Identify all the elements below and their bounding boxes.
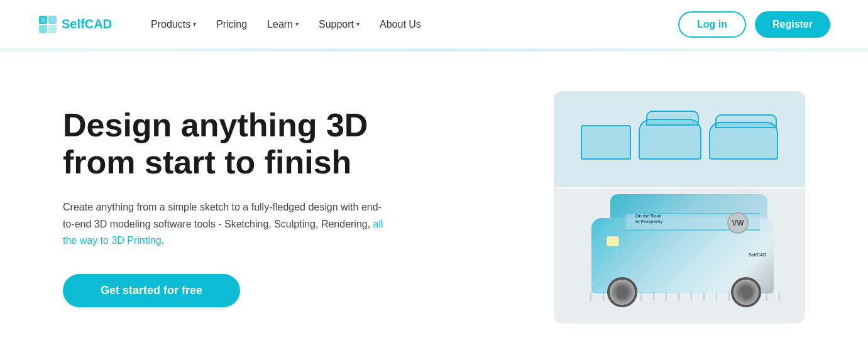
wireframe-bus-front (709, 122, 778, 160)
logo-text: SelfCAD (62, 17, 112, 31)
cta-button[interactable]: Get started for free (63, 274, 240, 307)
nav-pricing[interactable]: Pricing (209, 14, 255, 35)
rendered-image: VW On the Road to Prosperity SelfCAD (554, 189, 805, 324)
login-button[interactable]: Log in (678, 11, 746, 38)
learn-chevron-icon: ▾ (295, 21, 299, 28)
bus-selfcad-label: SelfCAD (749, 253, 766, 257)
wireframe-models (574, 112, 784, 166)
register-button[interactable]: Register (755, 11, 830, 38)
nav-products[interactable]: Products ▾ (143, 14, 204, 35)
nav-learn[interactable]: Learn ▾ (260, 14, 306, 35)
bus-vw-badge: VW (727, 212, 749, 234)
navbar-right: Log in Register (678, 11, 830, 38)
svg-rect-2 (39, 25, 47, 33)
navbar: SelfCAD Products ▾ Pricing Learn ▾ (0, 0, 868, 49)
ground-grid (579, 292, 780, 301)
bus-headlight (607, 236, 619, 246)
hero-image-area: VW On the Road to Prosperity SelfCAD (554, 91, 805, 324)
hero-title: Design anything 3D from start to finish (63, 107, 440, 182)
products-chevron-icon: ▾ (193, 21, 196, 28)
nav-links: Products ▾ Pricing Learn ▾ Support ▾ (143, 14, 429, 35)
hero-subtitle: Create anything from a simple sketch to … (63, 199, 390, 249)
hero-section: Design anything 3D from start to finish … (0, 52, 868, 350)
svg-rect-1 (48, 16, 57, 24)
support-chevron-icon: ▾ (356, 21, 360, 28)
vw-bus-scene: VW On the Road to Prosperity SelfCAD (554, 189, 805, 324)
wireframe-box-1 (581, 125, 631, 160)
wireframe-image (554, 91, 805, 187)
navbar-left: SelfCAD Products ▾ Pricing Learn ▾ (38, 14, 429, 35)
nav-about[interactable]: About Us (372, 14, 429, 35)
bus-text: On the Road to Prosperity (635, 213, 662, 224)
logo-icon (38, 14, 58, 35)
nav-support[interactable]: Support ▾ (311, 14, 367, 35)
svg-rect-3 (48, 25, 57, 33)
wireframe-bus-side (639, 119, 701, 160)
logo-link[interactable]: SelfCAD (38, 14, 112, 35)
hero-content: Design anything 3D from start to finish … (63, 107, 440, 308)
vw-bus-model: VW On the Road to Prosperity SelfCAD (579, 193, 780, 319)
